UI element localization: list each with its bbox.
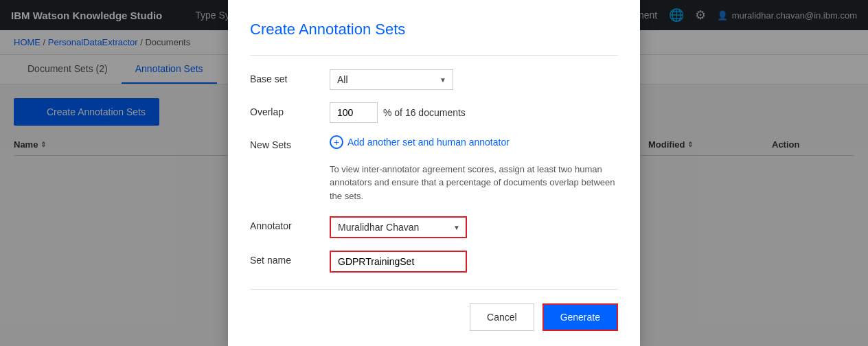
overlap-input[interactable] <box>330 102 378 123</box>
new-sets-row: New Sets + Add another set and human ann… <box>250 135 618 150</box>
modal-overlay: Create Annotation Sets Base set All Set … <box>0 0 868 170</box>
new-sets-label: New Sets <box>250 135 319 150</box>
base-set-label: Base set <box>250 69 319 84</box>
overlap-control: % of 16 documents <box>330 102 618 123</box>
overlap-label: Overlap <box>250 102 319 117</box>
base-set-select[interactable]: All Set 1 Set 2 <box>330 69 453 90</box>
add-set-plus-icon: + <box>330 135 343 149</box>
new-sets-control: + Add another set and human annotator <box>330 135 618 149</box>
modal-title: Create Annotation Sets <box>250 21 618 38</box>
add-set-link-text: Add another set and human annotator <box>347 137 510 148</box>
base-set-control: All Set 1 Set 2 ▼ <box>330 69 618 90</box>
modal-divider <box>250 55 618 56</box>
overlap-suffix: % of 16 documents <box>383 107 466 118</box>
base-set-select-wrapper: All Set 1 Set 2 ▼ <box>330 69 453 90</box>
add-set-link[interactable]: + Add another set and human annotator <box>330 135 618 149</box>
overlap-input-row: % of 16 documents <box>330 102 618 123</box>
overlap-row: Overlap % of 16 documents <box>250 102 618 123</box>
base-set-row: Base set All Set 1 Set 2 ▼ <box>250 69 618 90</box>
info-text: To view inter-annotator agreement scores… <box>330 163 618 170</box>
create-annotation-sets-modal: Create Annotation Sets Base set All Set … <box>228 0 640 170</box>
